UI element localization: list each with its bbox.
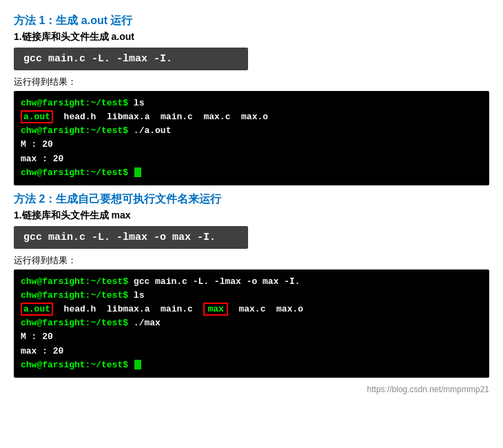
terminal2-line-3: a.out head.h libmax.a main.c max max.c m… <box>21 303 482 316</box>
terminal-line-3: chw@farsight:~/test$ ./a.out <box>21 124 482 138</box>
section1-terminal: chw@farsight:~/test$ ls a.out head.h lib… <box>14 91 489 185</box>
section2-terminal: chw@farsight:~/test$ gcc main.c -L. -lma… <box>14 269 489 378</box>
terminal2-line-2: chw@farsight:~/test$ ls <box>21 289 482 303</box>
terminal-line-5: max : 20 <box>21 152 482 166</box>
terminal2-line-4: chw@farsight:~/test$ ./max <box>21 316 482 330</box>
section2-command: gcc main.c -L. -lmax -o max -I. <box>14 226 248 249</box>
terminal2-line-7: chw@farsight:~/test$ <box>21 358 482 372</box>
terminal-line-6: chw@farsight:~/test$ <box>21 166 482 180</box>
terminal-line-2: a.out head.h libmax.a main.c max.c max.o <box>21 110 482 124</box>
terminal2-line-5: M : 20 <box>21 330 482 344</box>
section1-subtitle: 1.链接库和头文件生成 a.out <box>14 31 489 43</box>
section1-command: gcc main.c -L. -lmax -I. <box>14 48 248 70</box>
section1-title: 方法 1：生成 a.out 运行 <box>14 14 489 28</box>
terminal-line-4: M : 20 <box>21 138 482 152</box>
section2-title: 方法 2：生成自己要想可执行文件名来运行 <box>14 192 489 207</box>
section1-run-label: 运行得到结果： <box>14 76 489 88</box>
section2-subtitle: 1.链接库和头文件生成 max <box>14 210 489 222</box>
terminal2-line-6: max : 20 <box>21 345 482 358</box>
terminal2-line-1: chw@farsight:~/test$ gcc main.c -L. -lma… <box>21 275 482 289</box>
section1: 方法 1：生成 a.out 运行 1.链接库和头文件生成 a.out gcc m… <box>14 14 489 185</box>
terminal-line-1: chw@farsight:~/test$ ls <box>21 96 482 110</box>
section2-run-label: 运行得到结果： <box>14 254 489 267</box>
footer-url: https://blog.csdn.net/mmpmmp21 <box>14 385 489 394</box>
section2: 方法 2：生成自己要想可执行文件名来运行 1.链接库和头文件生成 max gcc… <box>14 192 489 378</box>
